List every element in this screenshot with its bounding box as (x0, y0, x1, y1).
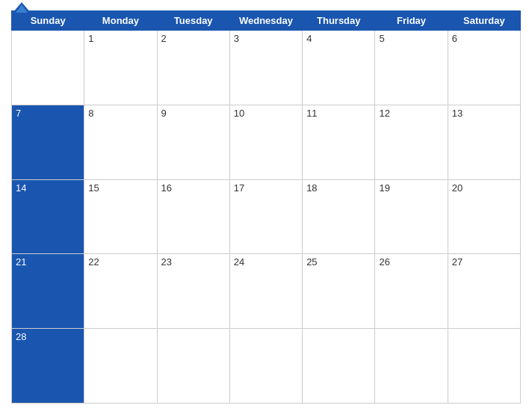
calendar-day-cell: 17 (229, 179, 302, 254)
day-number: 28 (16, 331, 26, 342)
calendar-day-cell: 24 (229, 254, 302, 329)
weekday-header: Saturday (448, 11, 520, 31)
day-number: 13 (452, 108, 463, 119)
calendar-day-cell: 25 (303, 254, 375, 329)
day-number: 1 (88, 33, 93, 44)
calendar-day-cell: 28 (12, 329, 84, 404)
calendar-day-cell (303, 329, 375, 404)
calendar-week-row: 21222324252627 (12, 254, 521, 329)
calendar-week-row: 14151617181920 (12, 179, 521, 254)
calendar-day-cell: 3 (229, 31, 302, 105)
day-number: 20 (452, 182, 463, 194)
day-number: 2 (161, 33, 167, 44)
calendar-day-cell (12, 31, 84, 105)
weekday-header: Monday (84, 11, 157, 31)
calendar-day-cell: 10 (229, 105, 302, 179)
day-number: 7 (16, 108, 21, 119)
calendar-day-cell: 19 (375, 179, 448, 254)
day-number: 24 (234, 256, 244, 268)
calendar-day-cell (157, 329, 229, 404)
day-number: 17 (234, 182, 244, 194)
day-number: 21 (16, 256, 26, 268)
logo-icon (11, 1, 32, 14)
calendar-day-cell: 4 (303, 31, 375, 105)
calendar-day-cell: 16 (157, 179, 229, 254)
calendar-day-cell: 9 (157, 105, 229, 179)
calendar-day-cell: 13 (448, 105, 520, 179)
calendar-table: SundayMondayTuesdayWednesdayThursdayFrid… (11, 10, 521, 404)
calendar-day-cell: 12 (375, 105, 448, 179)
weekday-header: Tuesday (157, 11, 229, 31)
calendar-day-cell (448, 329, 520, 404)
day-number: 8 (88, 108, 93, 119)
calendar-day-cell: 11 (303, 105, 375, 179)
day-number: 23 (161, 256, 172, 268)
calendar-day-cell: 7 (12, 105, 84, 179)
day-number: 9 (161, 108, 167, 119)
calendar-day-cell (375, 329, 448, 404)
day-number: 4 (306, 33, 312, 44)
day-number: 25 (306, 256, 317, 268)
calendar-day-cell: 8 (84, 105, 157, 179)
calendar-day-cell: 23 (157, 254, 229, 329)
calendar-day-cell: 26 (375, 254, 448, 329)
calendar-day-cell: 21 (12, 254, 84, 329)
day-number: 27 (452, 256, 463, 268)
weekday-header: Friday (375, 11, 448, 31)
day-number: 16 (161, 182, 172, 194)
calendar-day-cell: 27 (448, 254, 520, 329)
calendar-day-cell: 20 (448, 179, 520, 254)
calendar-header-row: SundayMondayTuesdayWednesdayThursdayFrid… (12, 11, 521, 31)
calendar-week-row: 78910111213 (12, 105, 521, 179)
logo (11, 1, 32, 14)
weekday-header: Wednesday (229, 11, 302, 31)
day-number: 11 (306, 108, 317, 119)
day-number: 10 (234, 108, 244, 119)
calendar-day-cell: 1 (84, 31, 157, 105)
calendar-week-row: 123456 (12, 31, 521, 105)
day-number: 22 (88, 256, 99, 268)
calendar-day-cell: 22 (84, 254, 157, 329)
day-number: 12 (379, 108, 389, 119)
calendar-day-cell (84, 329, 157, 404)
day-number: 14 (16, 182, 26, 194)
calendar-day-cell (229, 329, 302, 404)
day-number: 19 (379, 182, 389, 194)
day-number: 6 (452, 33, 457, 44)
calendar-day-cell: 18 (303, 179, 375, 254)
calendar-day-cell: 14 (12, 179, 84, 254)
calendar-day-cell: 5 (375, 31, 448, 105)
day-number: 5 (379, 33, 384, 44)
day-number: 15 (88, 182, 99, 194)
day-number: 3 (234, 33, 239, 44)
weekday-row: SundayMondayTuesdayWednesdayThursdayFrid… (12, 11, 521, 31)
weekday-header: Thursday (303, 11, 375, 31)
calendar-day-cell: 15 (84, 179, 157, 254)
day-number: 26 (379, 256, 389, 268)
calendar-day-cell: 2 (157, 31, 229, 105)
day-number: 18 (306, 182, 317, 194)
calendar-day-cell: 6 (448, 31, 520, 105)
calendar-body: 1234567891011121314151617181920212223242… (12, 31, 521, 404)
calendar-week-row: 28 (12, 329, 521, 404)
